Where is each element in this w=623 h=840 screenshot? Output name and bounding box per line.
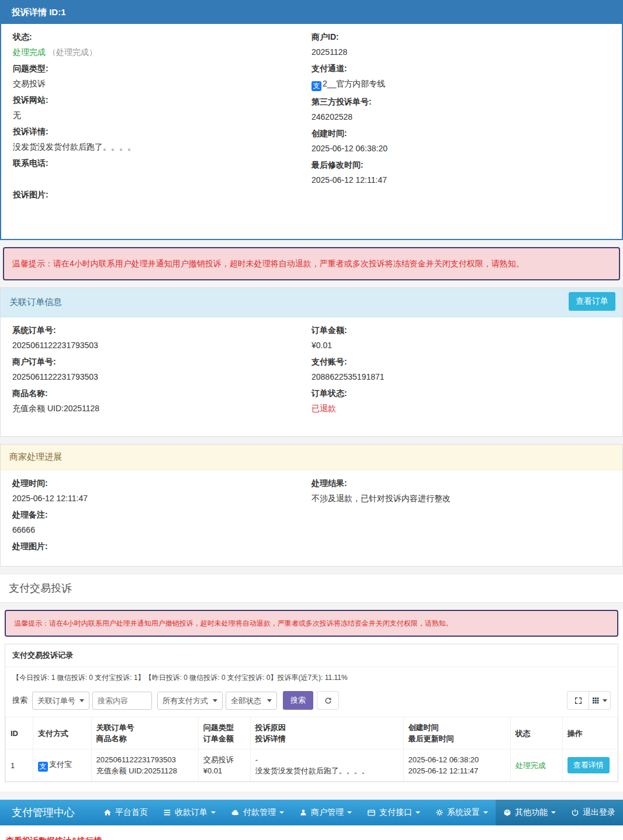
chevron-down-icon: [603, 699, 607, 702]
field-label: 支付通道:: [312, 64, 610, 74]
warning-banner: 温馨提示：请在4小时内联系用户处理并通知用户撤销投诉，超时未处理将自动退款，严重…: [3, 247, 620, 280]
app-title: 支付管理中心: [0, 800, 86, 825]
warning-banner-small: 温馨提示：请在4小时内联系用户处理并通知用户撤销投诉，超时未处理将自动退款，严重…: [5, 610, 618, 637]
cell-action: 查看详情: [562, 749, 617, 782]
field-system-order-no: 系统订单号: 2025061122231793503: [12, 325, 312, 351]
field-value: 2025-06-12 12:11:47: [312, 174, 610, 186]
field-value: 2025061122231793503: [12, 371, 312, 383]
complaint-stats-link[interactable]: 查看投诉数据统计&排行榜: [0, 825, 108, 840]
cell-pay-method: 支支付宝: [33, 749, 91, 782]
cell-status: 处理完成: [510, 749, 562, 782]
cube-icon: [503, 808, 511, 817]
complaint-list-page: 查看投诉数据统计&排行榜 搜索 关联订单号 所有方式 全部状态 搜索: [0, 825, 623, 840]
col-times: 创建时间最后更新时间: [403, 717, 510, 749]
field-value: [13, 172, 312, 184]
field-label: 联系电话:: [13, 158, 312, 169]
alipay-icon: 支: [312, 81, 321, 91]
field-label: 订单状态:: [312, 388, 611, 399]
field-label: 最后修改时间:: [312, 160, 610, 171]
field-label: 创建时间:: [312, 129, 610, 139]
chevron-down-icon: [551, 811, 556, 814]
field-process-image: 处理图片:: [12, 542, 312, 556]
field-label: 商户ID:: [312, 32, 610, 43]
field-label: 支付账号:: [312, 357, 611, 367]
field-complaint-site: 投诉网站: 无: [13, 95, 312, 121]
complaint-detail-panel: 投诉详情 ID:1 状态: 处理完成 （处理完成） 问题类型: 交易投诉 投诉网…: [0, 0, 623, 240]
search-keyword-input[interactable]: [92, 692, 152, 710]
page-title: 投诉详情 ID:1: [1, 1, 622, 24]
refresh-icon: [324, 697, 332, 704]
fullscreen-button[interactable]: [567, 691, 589, 710]
alipay-icon: 支: [38, 762, 48, 772]
field-pay-channel: 支付通道: 支2__官方内部专线: [312, 64, 610, 91]
field-modified-time: 最后修改时间: 2025-06-12 12:11:47: [312, 160, 610, 186]
cell-order-product: 2025061122231793503充值余额 UID:20251128: [91, 749, 198, 782]
gear-icon: [435, 808, 444, 817]
col-reason-detail: 投诉原因投诉详情: [250, 717, 403, 749]
nav-item-payment-interface[interactable]: 支付接口: [359, 800, 428, 825]
search-button[interactable]: 搜索: [283, 691, 313, 710]
cell-times: 2025-06-12 06:38:202025-06-12 12:11:47: [403, 749, 510, 782]
col-action: 操作: [562, 717, 617, 749]
columns-grid-icon: [592, 697, 600, 704]
field-value: 不涉及退款，已针对投诉内容进行整改: [312, 492, 611, 504]
cell-id: 1: [6, 749, 33, 782]
record-toolbar: 搜索 关联订单号 所有支付方式 全部状态 搜索: [5, 688, 618, 717]
status-suffix: （处理完成）: [48, 47, 97, 57]
refresh-button[interactable]: [317, 691, 339, 710]
main-navbar: 支付管理中心 平台首页 收款订单 付款管理 商户管理: [0, 800, 623, 825]
field-label: 订单金额:: [312, 325, 611, 336]
col-status: 状态: [510, 717, 562, 749]
nav-item-receive-orders[interactable]: 收款订单: [155, 800, 223, 825]
view-detail-button[interactable]: 查看详情: [567, 757, 610, 773]
nav-item-payment-management[interactable]: 付款管理: [223, 800, 292, 825]
order-status-value: 已退款: [312, 402, 611, 426]
field-process-time: 处理时间: 2025-06-12 12:11:47: [12, 478, 312, 504]
field-label: 处理图片:: [12, 542, 312, 552]
related-order-panel: 关联订单信息 查看订单 系统订单号: 2025061122231793503 订…: [0, 287, 623, 437]
field-created-time: 创建时间: 2025-06-12 06:38:20: [312, 129, 610, 154]
field-label: 投诉图片:: [13, 190, 312, 200]
col-pay-method: 支付方式: [33, 717, 91, 749]
field-contact-phone: 联系电话:: [13, 158, 312, 184]
field-label: 处理时间:: [12, 478, 312, 489]
field-process-result: 处理结果: 不涉及退款，已针对投诉内容进行整改: [312, 478, 611, 504]
merchant-progress-panel: 商家处理进展 处理时间: 2025-06-12 12:11:47 处理结果: 不…: [0, 444, 623, 567]
status-select[interactable]: 全部状态: [226, 692, 277, 710]
field-label: 商品名称:: [12, 388, 312, 399]
field-order-status: 订单状态: 已退款: [312, 388, 611, 426]
view-order-button[interactable]: 查看订单: [569, 292, 615, 311]
field-value: 246202528: [312, 111, 610, 123]
field-pay-account: 支付账号: 2088622535191871: [312, 357, 611, 383]
nav-item-merchant-management[interactable]: 商户管理: [292, 800, 359, 825]
section-title-payment-complaint: 支付交易投诉: [0, 574, 623, 603]
chevron-down-icon: [211, 811, 216, 814]
complaint-detail-page: 投诉详情 ID:1 状态: 处理完成 （处理完成） 问题类型: 交易投诉 投诉网…: [0, 0, 623, 840]
field-label: 第三方投诉单号:: [312, 97, 610, 107]
progress-panel-title: 商家处理进展: [1, 445, 622, 470]
field-value: 充值余额 UID:20251128: [12, 402, 312, 426]
field-label: 处理结果:: [312, 478, 611, 489]
nav-item-system-settings[interactable]: 系统设置: [428, 800, 496, 825]
field-value: 2088622535191871: [312, 371, 611, 383]
order-field-select[interactable]: 关联订单号: [32, 692, 89, 710]
field-status: 状态: 处理完成 （处理完成）: [13, 32, 312, 58]
table-row: 1 支支付宝 2025061122231793503充值余额 UID:20251…: [6, 749, 618, 782]
related-order-title: 关联订单信息: [9, 297, 62, 307]
nav-item-other-functions[interactable]: 其他功能: [496, 800, 563, 825]
field-value: 2__官方内部专线: [323, 79, 385, 88]
pay-method-select[interactable]: 所有支付方式: [157, 692, 223, 710]
cloud-icon: [231, 808, 240, 817]
field-merchant-order-no: 商户订单号: 2025061122231793503: [12, 357, 312, 383]
field-process-note: 处理备注: 66666: [12, 510, 312, 536]
nav-item-platform-home[interactable]: 平台首页: [96, 800, 155, 825]
nav-item-logout[interactable]: 退出登录: [563, 800, 623, 825]
columns-button[interactable]: [589, 691, 611, 710]
field-third-party-no: 第三方投诉单号: 246202528: [312, 97, 610, 123]
record-panel-title: 支付交易投诉记录: [5, 644, 618, 667]
table-header-row: ID 支付方式 关联订单号商品名称 问题类型订单金额 投诉原因投诉详情 创建时间…: [6, 717, 618, 749]
complaint-stats: 【今日投诉: 1 微信投诉: 0 支付宝投诉: 1】【昨日投诉: 0 微信投诉:…: [5, 667, 618, 688]
field-value: [13, 204, 312, 227]
field-issue-type: 问题类型: 交易投诉: [13, 64, 312, 89]
complaint-record-panel: 支付交易投诉记录 【今日投诉: 1 微信投诉: 0 支付宝投诉: 1】【昨日投诉…: [5, 644, 618, 782]
